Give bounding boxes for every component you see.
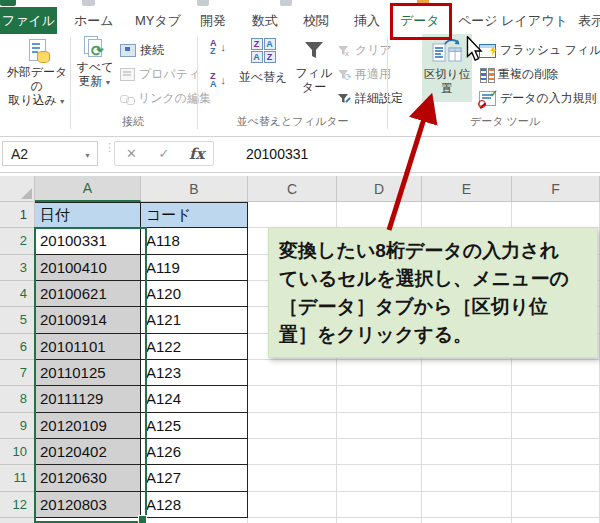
cell-F11[interactable] — [512, 465, 600, 491]
cell-D13[interactable] — [337, 518, 422, 523]
row-header-8[interactable]: 8 — [0, 386, 35, 412]
cell-E7[interactable] — [422, 360, 512, 386]
tab-0[interactable]: ホーム — [74, 7, 114, 34]
row-header-12[interactable]: 12 — [0, 492, 35, 518]
row-header-7[interactable]: 7 — [0, 360, 35, 386]
tab-4[interactable]: 校閲 — [303, 7, 329, 34]
cell-C13[interactable] — [248, 518, 337, 523]
sort-za-button[interactable]: ZA ↓ — [210, 72, 226, 88]
cell-E1[interactable] — [422, 202, 512, 228]
row-header-13[interactable]: 13 — [0, 518, 35, 523]
cell-B12[interactable]: A128 — [141, 492, 248, 518]
cell-B2[interactable]: A118 — [141, 228, 248, 254]
row-header-9[interactable]: 9 — [0, 413, 35, 439]
cell-E9[interactable] — [422, 413, 512, 439]
cell-E11[interactable] — [422, 465, 512, 491]
flash-fill-button[interactable]: フラッシュ フィル — [479, 42, 600, 59]
cell-D7[interactable] — [337, 360, 422, 386]
cell-D8[interactable] — [337, 386, 422, 412]
advanced-filter-button[interactable]: 詳細設定 — [337, 90, 403, 107]
tab-file[interactable]: ファイル — [0, 7, 57, 34]
cancel-icon[interactable]: ✕ — [115, 146, 148, 161]
cell-B4[interactable]: A120 — [141, 281, 248, 307]
cell-A4[interactable]: 20100621 — [35, 281, 141, 307]
cell-A10[interactable]: 20120402 — [35, 439, 141, 465]
cell-C7[interactable] — [248, 360, 337, 386]
cell-B13[interactable] — [141, 518, 248, 523]
cell-D12[interactable] — [337, 492, 422, 518]
column-header-D[interactable]: D — [337, 176, 422, 202]
row-header-11[interactable]: 11 — [0, 465, 35, 491]
row-header-6[interactable]: 6 — [0, 334, 35, 360]
cell-E8[interactable] — [422, 386, 512, 412]
cell-F7[interactable] — [512, 360, 600, 386]
cell-E13[interactable] — [422, 518, 512, 523]
cell-C9[interactable] — [248, 413, 337, 439]
cell-B6[interactable]: A122 — [141, 334, 248, 360]
filter-button[interactable]: フィルター — [291, 38, 337, 94]
cell-D9[interactable] — [337, 413, 422, 439]
cell-E12[interactable] — [422, 492, 512, 518]
tab-2[interactable]: 開発 — [200, 7, 226, 34]
cell-B9[interactable]: A125 — [141, 413, 248, 439]
name-box-dropdown-icon[interactable]: ▼ — [84, 152, 91, 159]
cell-C11[interactable] — [248, 465, 337, 491]
refresh-all-button[interactable]: ⟳ すべて 更新▼ — [73, 36, 117, 90]
cell-E10[interactable] — [422, 439, 512, 465]
cell-D11[interactable] — [337, 465, 422, 491]
cell-C12[interactable] — [248, 492, 337, 518]
cell-F8[interactable] — [512, 386, 600, 412]
cell-C8[interactable] — [248, 386, 337, 412]
sort-button[interactable]: ZA AZ 並べ替え — [236, 38, 290, 84]
cell-A2[interactable]: 20100331 — [35, 228, 141, 254]
cell-F1[interactable] — [512, 202, 600, 228]
tab-8[interactable]: 表示 — [578, 7, 600, 34]
cell-A1[interactable]: 日付 — [35, 202, 141, 228]
cell-A6[interactable]: 20101101 — [35, 334, 141, 360]
cell-C1[interactable] — [248, 202, 337, 228]
cell-A11[interactable]: 20120630 — [35, 465, 141, 491]
cell-C10[interactable] — [248, 439, 337, 465]
insert-function-icon[interactable]: fx — [180, 145, 213, 163]
cell-F9[interactable] — [512, 413, 600, 439]
get-external-data-button[interactable]: 外部データの 取り込み▼ — [6, 36, 68, 109]
row-header-10[interactable]: 10 — [0, 439, 35, 465]
row-header-3[interactable]: 3 — [0, 255, 35, 281]
enter-icon[interactable]: ✓ — [148, 146, 181, 161]
cell-A12[interactable]: 20120803 — [35, 492, 141, 518]
cell-B5[interactable]: A121 — [141, 307, 248, 333]
tab-1[interactable]: MYタブ — [135, 7, 181, 34]
tab-3[interactable]: 数式 — [252, 7, 278, 34]
cell-B10[interactable]: A126 — [141, 439, 248, 465]
row-header-2[interactable]: 2 — [0, 228, 35, 254]
column-header-B[interactable]: B — [141, 176, 248, 202]
data-validation-button[interactable]: ✓ データの入力規則 — [479, 90, 597, 107]
cell-D1[interactable] — [337, 202, 422, 228]
cell-A9[interactable]: 20120109 — [35, 413, 141, 439]
cell-A13[interactable] — [35, 518, 141, 523]
tab-5[interactable]: 挿入 — [354, 7, 380, 34]
connections-button[interactable]: 接続 — [120, 42, 164, 59]
cell-F13[interactable] — [512, 518, 600, 523]
row-header-4[interactable]: 4 — [0, 281, 35, 307]
cell-A3[interactable]: 20100410 — [35, 255, 141, 281]
tab-7[interactable]: ページ レイアウト — [458, 7, 568, 34]
column-header-C[interactable]: C — [248, 176, 337, 202]
cell-A5[interactable]: 20100914 — [35, 307, 141, 333]
sort-az-button[interactable]: AZ ↓ — [210, 39, 226, 55]
cell-B8[interactable]: A124 — [141, 386, 248, 412]
remove-duplicates-button[interactable]: 重複の削除 — [479, 66, 558, 83]
cell-D10[interactable] — [337, 439, 422, 465]
select-all-corner[interactable] — [0, 176, 35, 202]
cell-B11[interactable]: A127 — [141, 465, 248, 491]
column-header-F[interactable]: F — [512, 176, 600, 202]
cell-B1[interactable]: コード — [141, 202, 248, 228]
cell-A7[interactable]: 20110125 — [35, 360, 141, 386]
cell-F12[interactable] — [512, 492, 600, 518]
cell-B7[interactable]: A123 — [141, 360, 248, 386]
row-header-5[interactable]: 5 — [0, 307, 35, 333]
formula-input[interactable]: 20100331 — [216, 141, 600, 166]
name-box[interactable]: A2 ▼ — [2, 141, 98, 166]
cell-A8[interactable]: 20111129 — [35, 386, 141, 412]
cell-F10[interactable] — [512, 439, 600, 465]
